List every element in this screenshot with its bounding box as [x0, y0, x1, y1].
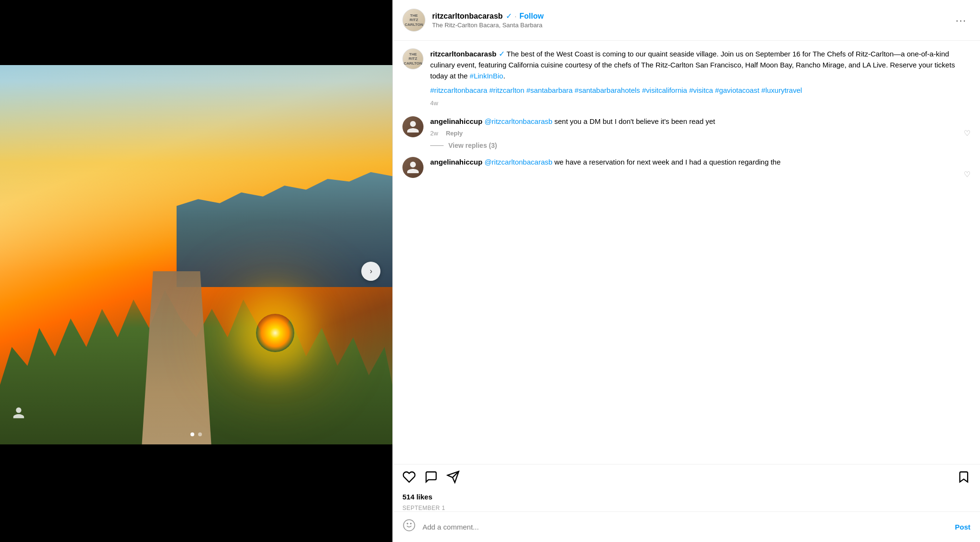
caption-link[interactable]: #LinkInBio: [470, 72, 503, 80]
hashtags[interactable]: #ritzcarltonbacara #ritzcarlton #santaba…: [430, 84, 970, 97]
caption-username[interactable]: ritzcarltonbacarasb: [430, 50, 496, 58]
comment-2-body: we have a reservation for next week and …: [555, 158, 781, 166]
comment-1-time: 2w: [430, 130, 438, 137]
comment-1-like-icon[interactable]: ♡: [964, 129, 970, 138]
emoji-button[interactable]: [402, 519, 416, 535]
comment-1-avatar[interactable]: [402, 116, 423, 137]
person-icon: [12, 406, 25, 423]
comment-button[interactable]: [424, 470, 438, 487]
photo-background: ›: [0, 0, 392, 542]
add-comment-bar: Post: [393, 511, 980, 542]
username-row: ritzcarltonbacarasb ✓ · Follow: [432, 11, 952, 21]
follow-button[interactable]: Follow: [520, 12, 544, 21]
action-bar: [393, 464, 980, 491]
comment-1-mention[interactable]: @ritzcarltonbacarasb: [484, 117, 552, 125]
comments-section[interactable]: THERITZCARLTON ritzcarltonbacarasb ✓ The…: [393, 41, 980, 464]
caption-time: 4w: [430, 100, 970, 107]
comment-1-meta: 2w Reply ♡: [430, 129, 970, 138]
comment-2-username[interactable]: angelinahiccup: [430, 158, 482, 166]
bookmark-button[interactable]: [957, 470, 970, 487]
post-comment-button[interactable]: Post: [955, 523, 970, 531]
comment-2-like-icon[interactable]: ♡: [430, 170, 970, 179]
header-username[interactable]: ritzcarltonbacarasb: [432, 12, 503, 21]
verified-badge: ✓: [506, 11, 512, 21]
pagination-dots: [190, 432, 202, 436]
location-text: The Ritz-Carlton Bacara, Santa Barbara: [432, 22, 952, 29]
sun: [256, 314, 294, 352]
dot-2: [198, 432, 202, 436]
right-panel: THERITZCARLTON ritzcarltonbacarasb ✓ · F…: [392, 0, 980, 542]
view-replies-button[interactable]: View replies (3): [430, 142, 970, 149]
comment-2-mention[interactable]: @ritzcarltonbacarasb: [484, 158, 552, 166]
svg-point-2: [403, 520, 414, 531]
view-replies-line: [430, 145, 444, 146]
post-date: SEPTEMBER 1: [393, 505, 980, 511]
comment-1-text: angelinahiccup @ritzcarltonbacarasb sent…: [430, 116, 970, 127]
avatar-logo: THERITZCARLTON: [405, 13, 423, 27]
letterbox-bottom: [0, 444, 392, 542]
dot-separator: ·: [515, 12, 517, 20]
caption-verified: ✓: [499, 50, 505, 58]
comment-2-text: angelinahiccup @ritzcarltonbacarasb we h…: [430, 157, 970, 168]
comment-2-content: angelinahiccup @ritzcarltonbacarasb we h…: [430, 157, 970, 179]
comment-1-body: sent you a DM but I don't believe it's b…: [555, 117, 715, 125]
like-button[interactable]: [402, 470, 416, 487]
next-arrow-button[interactable]: ›: [361, 262, 380, 281]
header-avatar[interactable]: THERITZCARLTON: [402, 9, 425, 32]
caption-content: ritzcarltonbacarasb ✓ The best of the We…: [430, 48, 970, 107]
view-replies-text: View replies (3): [448, 142, 497, 149]
more-options-button[interactable]: ···: [952, 15, 970, 26]
share-button[interactable]: [446, 470, 460, 487]
comment-2-avatar[interactable]: [402, 157, 423, 178]
comment-1-content: angelinahiccup @ritzcarltonbacarasb sent…: [430, 116, 970, 150]
likes-section: 514 likes: [393, 491, 980, 503]
dot-1: [190, 432, 194, 436]
comment-1: angelinahiccup @ritzcarltonbacarasb sent…: [402, 116, 970, 150]
comment-input[interactable]: [423, 523, 948, 531]
letterbox-top: [0, 0, 392, 65]
caption-block: THERITZCARLTON ritzcarltonbacarasb ✓ The…: [402, 48, 970, 107]
caption-body: The best of the West Coast is coming to …: [430, 50, 955, 80]
post-header: THERITZCARLTON ritzcarltonbacarasb ✓ · F…: [393, 0, 980, 41]
likes-count[interactable]: 514 likes: [402, 493, 970, 501]
action-icons-row: [402, 470, 970, 487]
comment-1-username[interactable]: angelinahiccup: [430, 117, 482, 125]
photo-panel: ›: [0, 0, 392, 542]
comment-1-reply-button[interactable]: Reply: [446, 130, 463, 137]
comment-2: angelinahiccup @ritzcarltonbacarasb we h…: [402, 157, 970, 179]
caption-text: ritzcarltonbacarasb ✓ The best of the We…: [430, 48, 970, 81]
caption-link-end: .: [503, 72, 505, 80]
caption-avatar-logo: THERITZCARLTON: [404, 52, 422, 66]
header-info: ritzcarltonbacarasb ✓ · Follow The Ritz-…: [432, 11, 952, 29]
caption-avatar[interactable]: THERITZCARLTON: [402, 48, 423, 69]
